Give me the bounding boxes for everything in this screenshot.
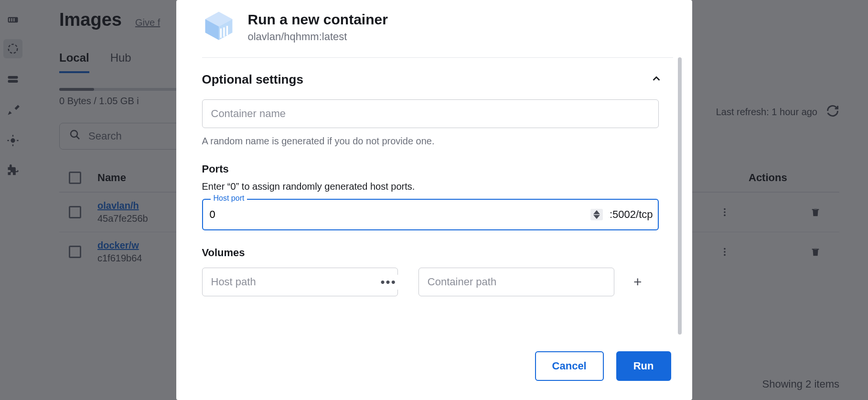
dialog-image-name: olavlan/hqhmm:latest xyxy=(248,31,388,43)
volumes-heading: Volumes xyxy=(202,247,673,259)
port-stepper[interactable] xyxy=(590,209,603,220)
run-container-dialog: Run a new container olavlan/hqhmm:latest… xyxy=(176,0,692,400)
host-port-field: Host port :5002/tcp xyxy=(202,199,659,230)
chevron-up-icon[interactable] xyxy=(651,74,662,86)
svg-marker-22 xyxy=(593,210,600,214)
optional-settings-header[interactable]: Optional settings xyxy=(202,72,303,87)
container-name-hint: A random name is generated if you do not… xyxy=(202,136,673,147)
host-port-input[interactable] xyxy=(203,200,590,229)
browse-path-icon[interactable]: ••• xyxy=(378,275,399,290)
container-path-input[interactable] xyxy=(418,268,614,296)
ports-heading: Ports xyxy=(202,163,673,175)
run-button[interactable]: Run xyxy=(616,351,671,381)
dialog-title: Run a new container xyxy=(248,11,388,28)
svg-marker-23 xyxy=(593,215,600,219)
ports-hint: Enter “0” to assign randomly generated h… xyxy=(202,181,673,192)
container-port-label: :5002/tcp xyxy=(607,208,658,221)
add-volume-icon[interactable]: + xyxy=(629,273,647,291)
modal-overlay: Run a new container olavlan/hqhmm:latest… xyxy=(0,0,868,400)
host-path-input[interactable] xyxy=(202,268,398,296)
cancel-button[interactable]: Cancel xyxy=(535,351,604,381)
container-name-input[interactable] xyxy=(202,99,659,128)
host-port-label: Host port xyxy=(211,194,247,203)
container-cube-icon xyxy=(202,9,236,42)
